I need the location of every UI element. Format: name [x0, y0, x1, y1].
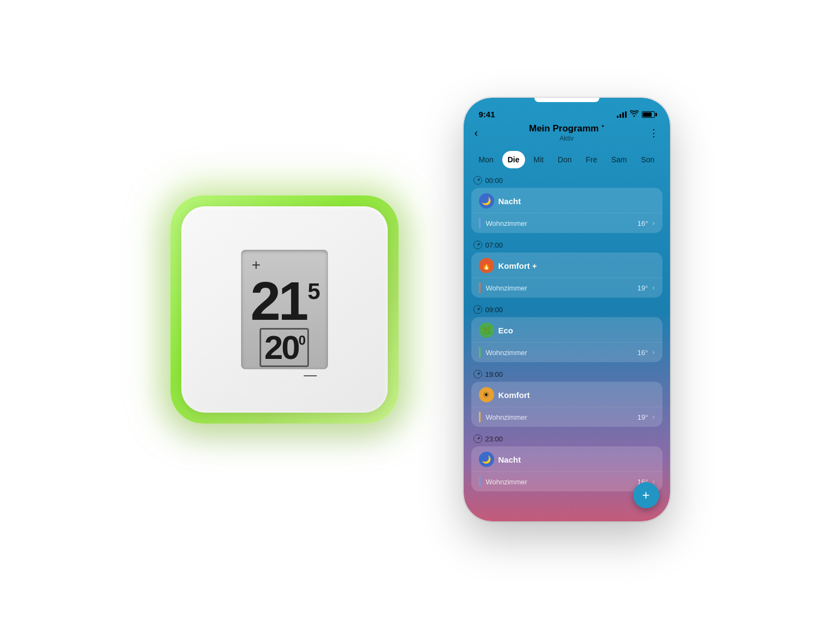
target-temp-degree: 0 [299, 334, 304, 347]
chevron-right-icon: › [653, 413, 655, 421]
nacht-mode-icon-2: 🌙 [479, 452, 494, 467]
time-label-0700: 07:00 [485, 241, 503, 249]
komfort-mode-name: Komfort [498, 390, 530, 400]
clock-icon [473, 241, 482, 249]
list-item: 09:00 🌿 Eco Wohnzimmer 16° › [471, 305, 662, 362]
status-time: 9:41 [479, 110, 495, 119]
time-label-0900: 09:00 [485, 306, 503, 314]
schedule-card-nacht-2[interactable]: 🌙 Nacht Wohnzimmer 16° › [471, 446, 662, 491]
room-name: Wohnzimmer [486, 284, 637, 292]
room-name: Wohnzimmer [486, 219, 637, 228]
tab-don[interactable]: Don [552, 151, 577, 168]
thermostat-display: + 215 200 — [241, 250, 328, 369]
list-item: 19:00 ☀ Komfort Wohnzimmer 19° › [471, 370, 662, 427]
back-button[interactable]: ‹ [475, 127, 491, 139]
time-label-2300: 23:00 [485, 435, 503, 443]
tab-mon[interactable]: Mon [473, 151, 499, 168]
room-temp: 16° [637, 219, 648, 228]
komfort-mode-icon: ☀ [479, 387, 494, 402]
add-icon: + [642, 489, 649, 502]
header-subtitle: Aktiv [491, 135, 643, 142]
schedule-card-komfortplus[interactable]: 🔥 Komfort + Wohnzimmer 19° › [471, 252, 662, 298]
room-temp: 19° [637, 413, 648, 421]
chevron-right-icon: › [653, 349, 655, 356]
eco-mode-name: Eco [498, 326, 514, 335]
schedule-time-1900: 19:00 [471, 370, 662, 378]
room-temp: 19° [637, 284, 648, 292]
phone-notch [534, 98, 599, 102]
nacht-mode-name-2: Nacht [498, 455, 521, 464]
clock-icon [473, 370, 482, 378]
status-bar: 9:41 [464, 102, 670, 119]
clock-icon [473, 305, 482, 314]
status-icons [617, 110, 655, 118]
wifi-icon [630, 110, 639, 118]
schedule-card-komfort[interactable]: ☀ Komfort Wohnzimmer 19° › [471, 382, 662, 427]
room-name: Wohnzimmer [486, 349, 637, 357]
room-bar [479, 412, 481, 422]
list-item: 00:00 🌙 Nacht Wohnzimmer 16° › [471, 176, 662, 233]
list-item: 07:00 🔥 Komfort + Wohnzimmer 19° [471, 241, 662, 298]
target-temperature: 200 [260, 328, 309, 367]
chevron-right-icon: › [653, 284, 655, 292]
clock-icon [473, 434, 482, 443]
title-chevron-icon[interactable]: ˅ [601, 125, 604, 132]
signal-icon [617, 111, 627, 118]
room-name: Wohnzimmer [486, 478, 637, 486]
schedule-time-0000: 00:00 [471, 176, 662, 185]
minus-symbol: — [304, 367, 317, 382]
schedule-time-0900: 09:00 [471, 305, 662, 314]
thermostat-device: + 215 200 — [170, 195, 399, 424]
komfort-plus-mode-icon: 🔥 [479, 258, 494, 273]
room-temp: 16° [637, 349, 648, 357]
phone: 9:41 [464, 98, 670, 521]
list-item: 23:00 🌙 Nacht Wohnzimmer 16° › [471, 434, 662, 491]
time-label-1900: 19:00 [485, 370, 503, 378]
phone-frame: 9:41 [464, 98, 670, 521]
header-center: Mein Programm ˅ Aktiv [491, 123, 643, 142]
current-temp-decimal: 5 [307, 280, 318, 303]
scene: + 215 200 — 9:41 [0, 0, 840, 619]
eco-mode-icon: 🌿 [479, 323, 494, 338]
time-label-0000: 00:00 [485, 176, 503, 185]
schedule-time-0700: 07:00 [471, 241, 662, 249]
tab-sam[interactable]: Sam [606, 151, 633, 168]
room-bar [479, 282, 481, 293]
schedule-card-nacht-1[interactable]: 🌙 Nacht Wohnzimmer 16° › [471, 188, 662, 233]
room-name: Wohnzimmer [486, 413, 637, 421]
tab-son[interactable]: Son [636, 151, 660, 168]
current-temp-value: 21 [250, 274, 306, 328]
tab-mit[interactable]: Mit [528, 151, 549, 168]
room-bar [479, 347, 481, 358]
phone-screen: 9:41 [464, 98, 670, 521]
battery-icon [642, 111, 655, 118]
program-name: Mein Programm [529, 123, 598, 134]
nacht-mode-name: Nacht [498, 197, 521, 206]
room-bar [479, 476, 481, 487]
add-schedule-button[interactable]: + [633, 482, 659, 508]
schedule-card-eco[interactable]: 🌿 Eco Wohnzimmer 16° › [471, 317, 662, 362]
day-tabs: Mon Die Mit Don Fre Sam Son [464, 149, 670, 176]
current-temperature: 215 [250, 274, 318, 328]
schedule-time-2300: 23:00 [471, 434, 662, 443]
komfort-plus-mode-name: Komfort + [498, 261, 537, 270]
header-title: Mein Programm ˅ [491, 123, 643, 134]
app-header: ‹ Mein Programm ˅ Aktiv ⋮ [464, 119, 670, 149]
more-button[interactable]: ⋮ [643, 127, 659, 139]
tab-fre[interactable]: Fre [580, 151, 603, 168]
room-bar [479, 218, 481, 229]
tab-die[interactable]: Die [502, 151, 525, 168]
target-temp-value: 20 [264, 331, 299, 364]
nacht-mode-icon: 🌙 [479, 193, 494, 209]
schedule-list: 00:00 🌙 Nacht Wohnzimmer 16° › [464, 176, 670, 521]
chevron-right-icon: › [653, 219, 655, 227]
clock-icon [473, 176, 482, 185]
thermostat-body: + 215 200 — [181, 206, 388, 413]
